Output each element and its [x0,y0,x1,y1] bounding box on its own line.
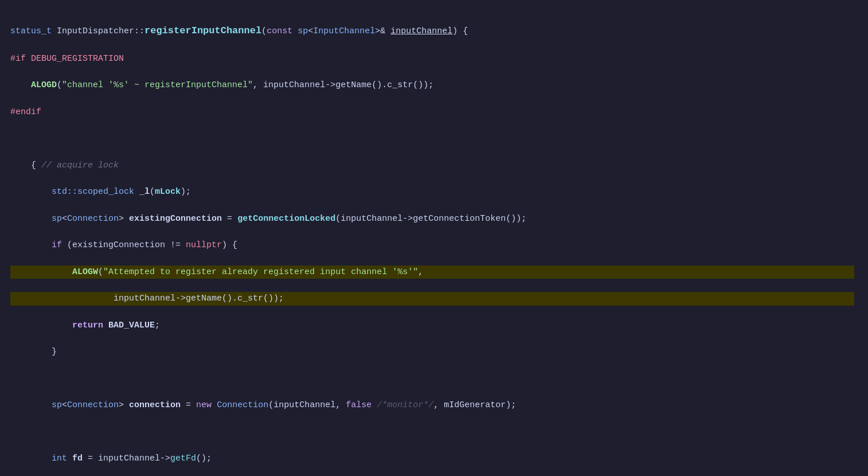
line-11: inputChannel->getName().c_str()); [10,292,854,305]
line-2: #if DEBUG_REGISTRATION [10,52,854,65]
line-6: { // acquire lock [10,159,854,172]
line-4: #endif [10,106,854,119]
line-13: } [10,345,854,358]
line-17: int fd = inputChannel->getFd(); [10,452,854,465]
line-12: return BAD_VALUE; [10,319,854,332]
line-5 [10,132,854,145]
line-10: ALOGW("Attempted to register already reg… [10,266,854,279]
line-9: if (existingConnection != nullptr) { [10,239,854,252]
line-14 [10,372,854,385]
line-1: status_t InputDispatcher::registerInputC… [10,24,854,38]
line-7: std::scoped_lock _l(mLock); [10,185,854,198]
line-16 [10,426,854,439]
line-3: ALOGD("channel '%s' ~ registerInputChann… [10,79,854,92]
line-8: sp<Connection> existingConnection = getC… [10,212,854,225]
code-block: status_t InputDispatcher::registerInputC… [0,0,868,476]
line-15: sp<Connection> connection = new Connecti… [10,399,854,412]
